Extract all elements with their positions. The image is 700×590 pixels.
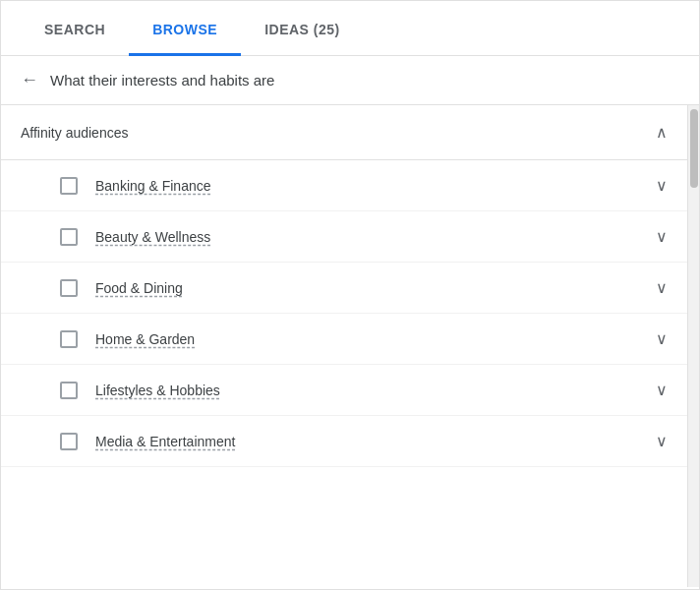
list-item-beauty[interactable]: Beauty & Wellness ∨ <box>1 211 687 263</box>
list-item-media[interactable]: Media & Entertainment ∨ <box>1 416 687 467</box>
checkbox-food[interactable] <box>60 279 78 297</box>
list-item-lifestyles[interactable]: Lifestyles & Hobbies ∨ <box>1 365 687 416</box>
item-label-banking: Banking & Finance <box>95 178 211 194</box>
checkbox-home[interactable] <box>60 330 78 348</box>
item-label-lifestyles: Lifestyles & Hobbies <box>95 383 220 398</box>
expand-icon-banking[interactable]: ∨ <box>656 176 668 195</box>
list-item-home[interactable]: Home & Garden ∨ <box>1 314 687 365</box>
collapse-icon: ∧ <box>656 123 668 142</box>
tab-browse[interactable]: BROWSE <box>129 6 241 56</box>
expand-icon-food[interactable]: ∨ <box>656 278 668 297</box>
item-label-home: Home & Garden <box>95 331 195 347</box>
expand-icon-beauty[interactable]: ∨ <box>656 227 668 246</box>
item-label-beauty: Beauty & Wellness <box>95 229 210 245</box>
back-button[interactable]: ← <box>21 70 38 90</box>
checkbox-lifestyles[interactable] <box>60 382 78 399</box>
scrollbar-thumb[interactable] <box>690 109 698 188</box>
item-label-food: Food & Dining <box>95 280 183 296</box>
list-item-banking[interactable]: Banking & Finance ∨ <box>1 160 687 211</box>
tab-bar: SEARCH BROWSE IDEAS (25) <box>1 1 699 56</box>
section-title: Affinity audiences <box>21 125 128 141</box>
main-content: Affinity audiences ∧ Banking & Finance ∨… <box>1 105 699 587</box>
breadcrumb-bar: ← What their interests and habits are <box>1 56 699 105</box>
item-left-media: Media & Entertainment <box>60 433 235 450</box>
checkbox-beauty[interactable] <box>60 228 78 246</box>
tab-search[interactable]: SEARCH <box>21 6 129 56</box>
tab-ideas[interactable]: IDEAS (25) <box>241 6 364 56</box>
scrollbar-track[interactable] <box>687 105 699 587</box>
section-header-affinity[interactable]: Affinity audiences ∧ <box>1 105 687 160</box>
breadcrumb-text: What their interests and habits are <box>50 72 274 88</box>
content-area: Affinity audiences ∧ Banking & Finance ∨… <box>1 105 687 587</box>
list-item-food[interactable]: Food & Dining ∨ <box>1 263 687 314</box>
item-label-media: Media & Entertainment <box>95 434 235 449</box>
checkbox-banking[interactable] <box>60 177 78 195</box>
item-left-home: Home & Garden <box>60 330 195 348</box>
item-left-lifestyles: Lifestyles & Hobbies <box>60 382 220 399</box>
item-left-food: Food & Dining <box>60 279 183 297</box>
item-left-banking: Banking & Finance <box>60 177 211 195</box>
item-left-beauty: Beauty & Wellness <box>60 228 210 246</box>
expand-icon-home[interactable]: ∨ <box>656 329 668 348</box>
expand-icon-lifestyles[interactable]: ∨ <box>656 381 668 399</box>
expand-icon-media[interactable]: ∨ <box>656 432 668 450</box>
checkbox-media[interactable] <box>60 433 78 450</box>
